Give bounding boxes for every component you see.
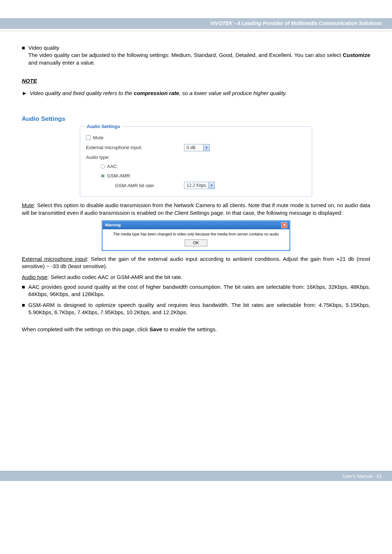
audio-settings-panel: Audio Settings Mute External microphone … [80,126,312,197]
ext-mic-select[interactable]: 0 dB ▼ [184,144,210,151]
aac-label: AAC: [107,163,118,170]
dialog-message: The media type has been changed to video… [106,231,286,237]
video-quality-block: ■ Video quality The video quality can be… [22,44,370,66]
bullet-icon: ■ [22,283,28,298]
ext-mic-value: 0 dB [184,145,203,151]
audio-type-paragraph: Audio type: Select audio codec AAC or GS… [22,274,370,281]
dialog-titlebar: Warning ✕ [103,221,289,229]
gsm-radio[interactable] [101,174,105,178]
bitrate-label: GSM-AMR bit rate: [115,182,184,189]
audio-type-label: Audio type: [86,154,110,161]
gsm-bullet-block: ■ GSM-ARM is designed to optimize speech… [22,301,370,316]
gsm-row: GSM-AMR: [101,173,306,179]
bottom-margin [0,481,392,496]
video-quality-desc: The video quality can be adjusted to the… [28,52,370,66]
gsm-bullet-text: GSM-ARM is designed to optimize speech q… [28,301,370,316]
arrow-icon: ► [22,90,30,97]
bullet-icon: ■ [22,44,28,52]
mute-term: Mute [22,202,34,208]
close-icon[interactable]: ✕ [281,222,287,228]
aac-row: AAC: [101,163,306,170]
top-margin [0,0,392,18]
bitrate-value: 12.2 Kbps [184,182,208,188]
save-paragraph: When completed with the settings on this… [22,326,370,333]
audio-type-row: Audio type: [86,154,306,161]
note-line: ► Video quality and fixed quality refers… [22,90,370,97]
mute-row: Mute [86,135,306,141]
mute-label: Mute [93,135,103,141]
bitrate-select[interactable]: 12.2 Kbps ▼ [184,182,215,189]
audio-settings-heading: Audio Settings [22,115,370,123]
video-quality-heading: Video quality [28,44,370,52]
audio-settings-legend: Audio Settings [85,123,122,130]
dialog-title: Warning [105,222,121,228]
warning-dialog: Warning ✕ The media type has been change… [102,220,290,251]
bullet-icon: ■ [22,301,28,316]
customize-word: Customize [343,52,370,58]
compression-rate-term: compression rate [134,90,179,96]
ok-button[interactable]: OK [185,239,207,246]
mute-checkbox[interactable] [86,135,91,140]
ext-mic-term: External microphone input [22,256,87,262]
ext-mic-label: External microphone input: [86,144,184,151]
footer-text: User's Manual - 61 [342,473,382,479]
save-word: Save [150,326,162,332]
chevron-down-icon: ▼ [203,144,209,151]
ext-mic-paragraph: External microphone input: Select the ga… [22,255,370,270]
aac-bullet-block: ■ AAC provides good sound quality at the… [22,283,370,298]
ext-mic-row: External microphone input: 0 dB ▼ [86,144,306,151]
aac-bullet-text: AAC provides good sound quality at the c… [28,283,370,298]
page-header: VIVOTEK - A Leading Provider of Multimed… [0,18,392,29]
page-footer: User's Manual - 61 [0,471,392,481]
audio-type-term: Audio type [22,274,48,280]
gsm-label: GSM-AMR: [107,173,131,179]
note-heading: NOTE [22,77,370,85]
bitrate-row: GSM-AMR bit rate: 12.2 Kbps ▼ [115,182,306,189]
header-title: VIVOTEK - A Leading Provider of Multimed… [210,20,382,26]
chevron-down-icon: ▼ [208,182,215,189]
aac-radio[interactable] [101,164,105,169]
page-body: ■ Video quality The video quality can be… [0,31,392,348]
mute-paragraph: Mute: Select this option to disable audi… [22,202,370,217]
